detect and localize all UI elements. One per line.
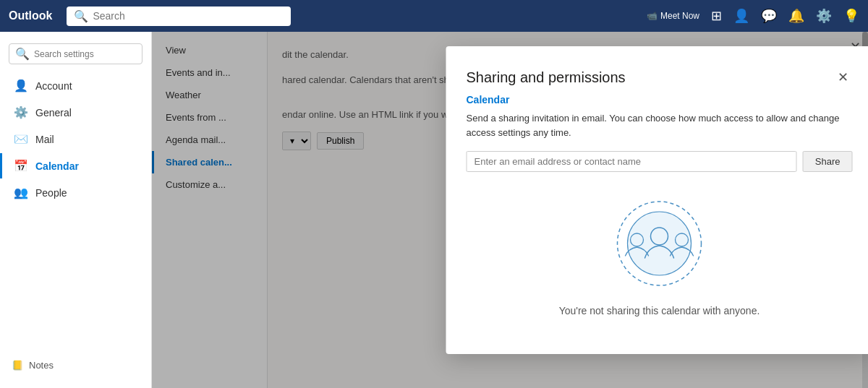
sharing-illustration: [613, 197, 707, 293]
sidebar-item-label-mail: Mail: [35, 134, 54, 145]
sidebar-search-input[interactable]: [34, 49, 136, 59]
search-input[interactable]: [93, 10, 284, 22]
top-bar-actions: 📹 Meet Now ⊞ 👤 💬 🔔 ⚙️ 💡: [647, 8, 859, 24]
search-icon: 🔍: [74, 9, 88, 23]
meet-now-button[interactable]: 📹 Meet Now: [647, 11, 699, 21]
settings-icon[interactable]: ⚙️: [816, 8, 832, 24]
sidebar-item-label-general: General: [35, 107, 72, 118]
help-icon[interactable]: 💡: [843, 8, 859, 24]
main-layout: 🔍 👤 Account ⚙️ General ✉️ Mail 📅 Calenda…: [0, 32, 868, 388]
account-icon: 👤: [14, 79, 28, 92]
sidebar-search-icon: 🔍: [15, 47, 30, 61]
share-button[interactable]: Share: [803, 151, 853, 172]
top-bar: Outlook 🔍 📹 Meet Now ⊞ 👤 💬 🔔 ⚙️ 💡: [0, 0, 868, 32]
outlook-logo: Outlook: [9, 9, 52, 22]
sidebar-item-label-people: People: [35, 187, 67, 199]
modal-close-button[interactable]: ✕: [833, 66, 853, 88]
sidebar-item-calendar[interactable]: 📅 Calendar: [0, 153, 151, 178]
empty-state-text: You're not sharing this calendar with an…: [559, 305, 760, 316]
email-input[interactable]: [467, 151, 797, 172]
sidebar-item-notes[interactable]: 📒 Notes: [0, 354, 151, 376]
modal-subtitle: Calendar: [467, 94, 853, 105]
sidebar: 🔍 👤 Account ⚙️ General ✉️ Mail 📅 Calenda…: [0, 32, 152, 388]
sidebar-item-mail[interactable]: ✉️ Mail: [0, 126, 151, 152]
sidebar-item-general[interactable]: ⚙️ General: [0, 100, 151, 125]
search-bar[interactable]: 🔍: [67, 7, 291, 26]
notes-icon: 📒: [12, 360, 23, 371]
calendar-icon: 📅: [14, 159, 28, 173]
modal-share-row: Share: [467, 151, 853, 172]
empty-state: You're not sharing this calendar with an…: [467, 189, 853, 331]
sidebar-item-account[interactable]: 👤 Account: [0, 73, 151, 98]
sidebar-item-label-account: Account: [35, 80, 72, 92]
modal-header: Sharing and permissions ✕: [467, 66, 853, 88]
apps-icon[interactable]: ⊞: [711, 8, 722, 24]
video-icon: 📹: [647, 11, 658, 21]
bell-icon[interactable]: 🔔: [788, 8, 804, 24]
svg-point-1: [628, 212, 692, 275]
mail-icon: ✉️: [14, 132, 28, 146]
people-icon: 👥: [14, 186, 28, 199]
sidebar-item-people[interactable]: 👥 People: [0, 180, 151, 205]
modal-title: Sharing and permissions: [467, 69, 626, 86]
people-icon[interactable]: 👤: [733, 8, 749, 24]
sharing-permissions-modal: Sharing and permissions ✕ Calendar Send …: [446, 46, 869, 354]
chat-icon[interactable]: 💬: [761, 8, 777, 24]
sidebar-item-label-calendar: Calendar: [35, 160, 79, 172]
modal-description: Send a sharing invitation in email. You …: [467, 111, 853, 139]
general-icon: ⚙️: [14, 105, 28, 119]
sidebar-search-box[interactable]: 🔍: [9, 43, 142, 64]
notes-label: Notes: [29, 360, 54, 371]
